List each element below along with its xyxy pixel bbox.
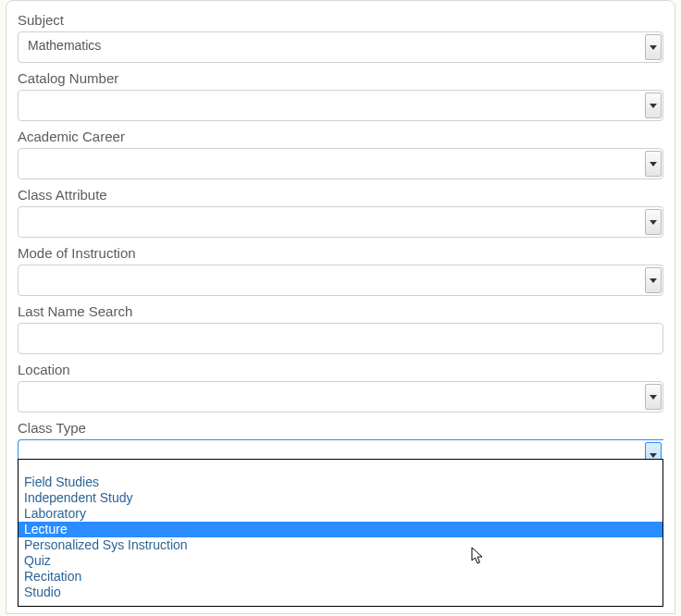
label-subject: Subject (18, 12, 663, 28)
label-class-attribute: Class Attribute (18, 187, 663, 203)
field-catalog-number: Catalog Number (18, 70, 663, 121)
option-laboratory[interactable]: Laboratory (19, 506, 662, 522)
label-location: Location (18, 362, 663, 377)
select-location[interactable] (18, 381, 663, 413)
select-academic-career[interactable] (18, 148, 663, 179)
field-class-attribute: Class Attribute (18, 187, 663, 238)
field-subject: Subject Mathematics (18, 12, 663, 63)
select-academic-career-value (18, 148, 663, 179)
select-location-value (18, 381, 663, 413)
label-academic-career: Academic Career (18, 129, 663, 144)
option-lecture[interactable]: Lecture (19, 522, 662, 537)
label-catalog-number: Catalog Number (18, 70, 663, 86)
select-catalog-number[interactable] (18, 90, 663, 121)
field-last-name: Last Name Search (18, 303, 663, 354)
option-blank[interactable] (19, 460, 662, 474)
field-mode-instruction: Mode of Instruction (18, 245, 663, 296)
chevron-down-icon[interactable] (645, 384, 662, 410)
input-last-name-wrap (18, 323, 663, 354)
chevron-down-icon[interactable] (645, 34, 662, 60)
chevron-down-icon[interactable] (645, 92, 662, 118)
select-subject[interactable]: Mathematics (18, 31, 663, 63)
search-form-panel: Subject Mathematics Catalog Number Acade… (6, 0, 675, 614)
option-quiz[interactable]: Quiz (19, 553, 662, 569)
field-location: Location (18, 362, 663, 413)
select-subject-value: Mathematics (18, 31, 663, 63)
field-academic-career: Academic Career (18, 129, 663, 179)
label-last-name: Last Name Search (18, 303, 663, 319)
option-studio[interactable]: Studio (19, 585, 662, 600)
select-class-type-options[interactable]: Field StudiesIndependent StudyLaboratory… (18, 459, 663, 607)
chevron-down-icon[interactable] (645, 209, 662, 235)
select-class-attribute[interactable] (18, 206, 663, 238)
select-catalog-number-value (18, 90, 663, 121)
chevron-down-icon[interactable] (645, 151, 662, 177)
input-last-name[interactable] (18, 323, 663, 354)
option-independent-study[interactable]: Independent Study (19, 490, 662, 506)
option-personalized-sys-instruction[interactable]: Personalized Sys Instruction (19, 537, 662, 553)
select-class-attribute-value (18, 206, 663, 238)
label-class-type: Class Type (18, 420, 663, 436)
chevron-down-icon[interactable] (645, 267, 662, 293)
option-field-studies[interactable]: Field Studies (19, 474, 662, 490)
select-mode-instruction-value (18, 265, 663, 296)
option-recitation[interactable]: Recitation (19, 569, 662, 585)
select-mode-instruction[interactable] (18, 265, 663, 296)
label-mode-instruction: Mode of Instruction (18, 245, 663, 261)
